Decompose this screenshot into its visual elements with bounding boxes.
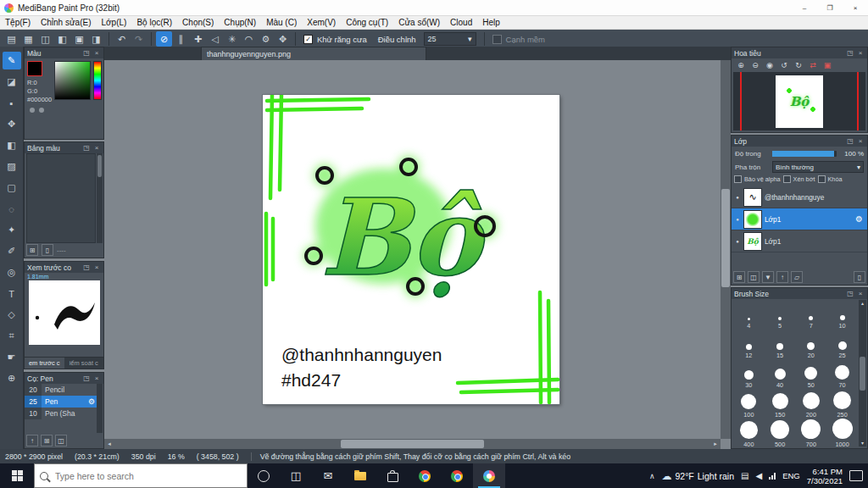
popout-icon[interactable]: ◳ (846, 137, 854, 145)
touch-keyboard-icon[interactable]: ▤ (741, 471, 748, 480)
antialias-checkbox[interactable]: ✓ (303, 35, 313, 44)
layer-row-signature[interactable]: ● ∿ @thanhnhannguye (732, 186, 867, 208)
layer-visibility-icon[interactable]: ● (734, 239, 741, 244)
close-icon[interactable]: × (92, 263, 101, 271)
move-tool[interactable]: ✥ (3, 115, 21, 133)
palette-scrollbar[interactable] (97, 153, 103, 243)
brush-size-option[interactable]: 50 (796, 359, 827, 389)
snap-move-icon[interactable]: ✥ (275, 31, 291, 47)
brush-size-option[interactable]: 20 (796, 330, 827, 359)
popout-icon[interactable]: ◳ (82, 49, 91, 57)
language-indicator[interactable]: ENG (782, 471, 800, 480)
layer-settings-gear-icon[interactable]: ⚙ (855, 214, 865, 224)
close-button[interactable]: × (843, 0, 868, 15)
close-icon[interactable]: × (856, 49, 865, 57)
cortana-icon[interactable] (248, 463, 280, 488)
start-button[interactable] (0, 463, 34, 488)
menu-window[interactable]: Cửa sổ(W) (393, 18, 445, 27)
task-view-icon[interactable]: ◫ (280, 463, 312, 488)
menu-color[interactable]: Màu (C) (261, 18, 302, 27)
rotate-left-icon[interactable]: ↺ (778, 61, 790, 69)
brush-item-pen-sharp[interactable]: 10 Pen (Sha (25, 408, 97, 419)
opacity-slider[interactable] (772, 151, 837, 157)
menu-edit[interactable]: Chỉnh sửa(E) (36, 18, 97, 27)
document-tab[interactable]: thanhnguyennguyen.png (201, 47, 426, 60)
brush-size-option[interactable]: 10 (826, 300, 858, 330)
scroll-left-icon[interactable]: ◂ (104, 439, 114, 449)
layer-visibility-icon[interactable]: ● (734, 195, 741, 200)
horizontal-scroll-thumb[interactable] (341, 440, 484, 448)
lasso-tool[interactable]: ◌ (3, 200, 21, 218)
undo-icon[interactable]: ↶ (114, 31, 130, 47)
layer-row-selected[interactable]: ● Lớp1 ⚙ (732, 208, 867, 230)
scroll-down-icon[interactable]: ▾ (861, 440, 864, 446)
menu-cloud[interactable]: Cloud (445, 18, 477, 27)
brush-size-option[interactable]: 7 (796, 300, 827, 330)
magic-wand-tool[interactable]: ✦ (3, 221, 21, 239)
delete-layer-icon[interactable]: ▯ (854, 271, 865, 283)
popout-icon[interactable]: ◳ (846, 49, 854, 57)
close-icon[interactable]: × (856, 290, 865, 297)
brush-size-option[interactable]: 12 (733, 330, 765, 359)
tab-brush-preview[interactable]: em trước c (25, 357, 64, 369)
save-icon[interactable]: ◫ (37, 31, 53, 47)
brush-size-option[interactable]: 70 (826, 359, 858, 389)
snap-off-icon[interactable]: ⊘ (156, 31, 172, 47)
close-icon[interactable]: × (856, 137, 865, 145)
scroll-right-icon[interactable]: ▸ (710, 439, 721, 449)
popout-icon[interactable]: ◳ (846, 290, 854, 297)
saturation-value-picker[interactable] (54, 61, 91, 100)
menu-file[interactable]: Tệp(F) (0, 18, 36, 27)
hue-slider[interactable] (93, 61, 102, 100)
taskbar-search[interactable] (34, 463, 248, 488)
popout-icon[interactable]: ◳ (82, 374, 91, 382)
brush-size-option[interactable]: 100 (733, 389, 765, 419)
move-layer-up-icon[interactable]: ↑ (776, 271, 788, 283)
dot-tool[interactable]: ▪ (3, 94, 21, 112)
blend-mode-select[interactable]: Bình thường ▾ (772, 161, 864, 173)
pan-tool[interactable]: ☛ (3, 348, 21, 366)
brush-size-option[interactable]: 1000 (826, 419, 858, 448)
palette-swatch-area[interactable] (26, 153, 96, 243)
delete-palette-color-icon[interactable]: ▯ (42, 244, 53, 256)
add-brush-icon[interactable]: ⊞ (41, 435, 53, 446)
file-explorer-icon[interactable] (344, 463, 376, 488)
menu-help[interactable]: Help (477, 18, 505, 27)
zoom-in-icon[interactable]: ⊕ (735, 61, 747, 69)
eyedropper-tool[interactable]: ◎ (3, 263, 21, 281)
search-input[interactable] (53, 470, 242, 482)
fit-view-icon[interactable]: ▣ (821, 61, 833, 69)
soft-edge-checkbox[interactable] (492, 35, 502, 44)
close-icon[interactable]: × (92, 374, 101, 382)
text-tool[interactable]: T (3, 285, 21, 302)
add-layer-icon[interactable]: ⊞ (733, 271, 745, 283)
medibang-taskbar-icon[interactable] (473, 463, 505, 488)
brush-list-scrollbar[interactable] (97, 384, 103, 433)
lock-checkbox[interactable] (818, 175, 826, 183)
comment-icon[interactable]: ◧ (54, 31, 70, 47)
brush-item-pencil[interactable]: 20 Pencil (25, 384, 97, 396)
brush-size-option[interactable]: 250 (826, 389, 858, 419)
chrome-icon[interactable] (409, 463, 441, 488)
divide-tool[interactable]: ⌗ (3, 327, 21, 345)
select-pen-tool[interactable]: ✐ (3, 242, 21, 260)
gradient-tool[interactable]: ▨ (3, 158, 21, 175)
snap-radial-icon[interactable]: ✳ (224, 31, 240, 47)
close-icon[interactable]: × (92, 49, 101, 57)
protect-alpha-checkbox[interactable] (734, 175, 742, 183)
menu-view[interactable]: Xem(V) (302, 18, 341, 27)
layer-row-lettering[interactable]: ● Bộ Lớp1 (732, 230, 867, 252)
brush-size-option[interactable]: 700 (796, 419, 827, 448)
popout-icon[interactable]: ◳ (82, 144, 91, 152)
maximize-button[interactable]: ❐ (817, 0, 843, 15)
brush-size-option[interactable]: 200 (796, 389, 827, 419)
network-icon[interactable] (769, 473, 776, 480)
panel-layout-icon[interactable]: ◨ (88, 31, 104, 47)
fill-tool[interactable]: ◧ (3, 136, 21, 154)
minimize-button[interactable]: – (792, 0, 817, 15)
duplicate-layer-icon[interactable]: ◫ (748, 271, 760, 283)
snap-parallel-icon[interactable]: ∥ (173, 31, 189, 47)
select-tool[interactable]: ▢ (3, 179, 21, 197)
move-brush-up-icon[interactable]: ↑ (26, 435, 38, 446)
eraser-tool[interactable]: ◪ (3, 73, 21, 91)
